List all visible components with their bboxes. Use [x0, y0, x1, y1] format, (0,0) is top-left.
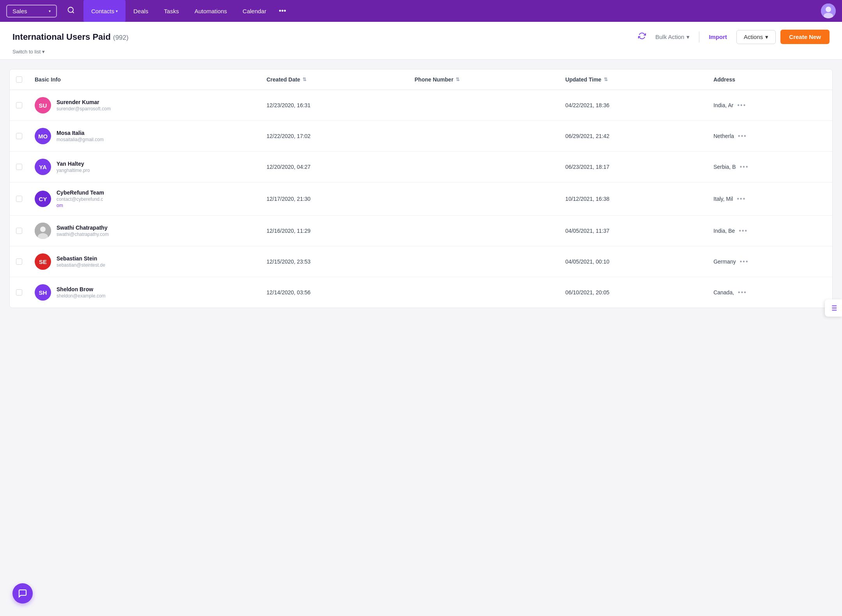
contact-cell: SHSheldon Browsheldon@example.com	[28, 277, 260, 308]
address-cell: Serbia, B•••	[707, 152, 832, 182]
row-checkbox-cell	[10, 121, 28, 152]
row-more-button[interactable]: •••	[740, 258, 749, 265]
contact-cell: Swathi Chatrapathyswathi@chatrapathy.com	[28, 216, 260, 246]
contact-name[interactable]: Sheldon Brow	[57, 286, 106, 292]
phone-cell	[409, 90, 559, 121]
create-new-button[interactable]: Create New	[780, 30, 830, 44]
column-basic-info: Basic Info	[28, 69, 260, 90]
row-checkbox-cell	[10, 246, 28, 277]
contact-cell: MOMosa Italiamosaitalia@gmail.com	[28, 121, 260, 152]
svg-point-6	[40, 227, 46, 232]
column-phone-number[interactable]: Phone Number ⇅	[409, 69, 559, 90]
contacts-table: Basic Info Created Date ⇅ Phone Number ⇅	[10, 69, 832, 308]
row-checkbox-cell	[10, 277, 28, 308]
contact-avatar	[35, 223, 51, 239]
row-checkbox[interactable]	[16, 164, 22, 170]
row-more-button[interactable]: •••	[737, 195, 746, 202]
svg-point-0	[68, 7, 73, 12]
row-checkbox-cell	[10, 216, 28, 246]
bulk-action-button[interactable]: Bulk Action ▾	[651, 30, 694, 44]
contact-avatar: SH	[35, 284, 51, 301]
user-avatar[interactable]	[821, 4, 836, 18]
top-navigation: Sales ▾ Contacts ▾ Deals Tasks Automatio…	[0, 0, 842, 22]
filter-fab-button[interactable]	[825, 299, 842, 317]
import-button[interactable]: Import	[704, 30, 732, 43]
updated-time-cell: 04/05/2021, 00:10	[559, 246, 707, 277]
sales-dropdown[interactable]: Sales ▾	[6, 5, 57, 18]
table-row: Swathi Chatrapathyswathi@chatrapathy.com…	[10, 216, 832, 246]
count-badge: (992)	[113, 34, 129, 41]
contact-cell: CYCybeRefund Teamcontact@cyberefund.com	[28, 182, 260, 216]
updated-time-cell: 10/12/2021, 16:38	[559, 182, 707, 216]
row-checkbox-cell	[10, 182, 28, 216]
nav-more-button[interactable]: •••	[274, 5, 291, 18]
table-row: MOMosa Italiamosaitalia@gmail.com12/22/2…	[10, 121, 832, 152]
contact-avatar: SU	[35, 97, 51, 113]
updated-time-cell: 06/23/2021, 18:17	[559, 152, 707, 182]
address-cell: India, Ar•••	[707, 90, 832, 121]
contact-avatar: CY	[35, 191, 51, 207]
avatar-image	[821, 4, 836, 18]
column-address: Address	[707, 69, 832, 90]
nav-deals[interactable]: Deals	[126, 0, 156, 22]
row-checkbox[interactable]	[16, 133, 22, 139]
created-date-cell: 12/16/2020, 11:29	[260, 216, 409, 246]
address-cell: Germany•••	[707, 246, 832, 277]
nav-calendar[interactable]: Calendar	[235, 0, 274, 22]
contact-name[interactable]: Surender Kumar	[57, 99, 111, 105]
row-checkbox[interactable]	[16, 258, 22, 265]
row-more-button[interactable]: •••	[738, 133, 747, 140]
updated-time-cell: 06/10/2021, 20:05	[559, 277, 707, 308]
sales-label: Sales	[12, 8, 27, 14]
divider	[699, 32, 699, 42]
nav-contacts[interactable]: Contacts ▾	[83, 0, 126, 22]
row-more-button[interactable]: •••	[738, 102, 746, 109]
column-created-date[interactable]: Created Date ⇅	[260, 69, 409, 90]
actions-button[interactable]: Actions ▾	[736, 30, 776, 44]
contact-name[interactable]: Swathi Chatrapathy	[57, 225, 109, 231]
address-cell: Netherla•••	[707, 121, 832, 152]
address-cell: Italy, Mil•••	[707, 182, 832, 216]
created-date-cell: 12/15/2020, 23:53	[260, 246, 409, 277]
row-checkbox[interactable]	[16, 102, 22, 108]
nav-automations[interactable]: Automations	[187, 0, 235, 22]
phone-cell	[409, 246, 559, 277]
phone-cell	[409, 121, 559, 152]
actions-chevron-icon: ▾	[765, 34, 768, 41]
row-checkbox[interactable]	[16, 289, 22, 296]
contact-name[interactable]: Mosa Italia	[57, 130, 104, 136]
refresh-button[interactable]	[638, 32, 646, 42]
header-checkbox-cell	[10, 69, 28, 90]
created-date-cell: 12/14/2020, 03:56	[260, 277, 409, 308]
svg-point-3	[826, 7, 831, 12]
row-more-button[interactable]: •••	[740, 163, 749, 170]
select-all-checkbox[interactable]	[16, 76, 22, 83]
nav-tasks[interactable]: Tasks	[156, 0, 187, 22]
updated-time-cell: 06/29/2021, 21:42	[559, 121, 707, 152]
row-checkbox[interactable]	[16, 228, 22, 234]
chevron-icon: ▾	[49, 9, 51, 13]
contact-name[interactable]: Sebastian Stein	[57, 255, 105, 262]
table-row: SUSurender Kumarsurender@sparrosoft.com1…	[10, 90, 832, 121]
contact-avatar: MO	[35, 128, 51, 144]
contact-avatar: YA	[35, 159, 51, 175]
svg-line-1	[73, 11, 74, 13]
row-more-button[interactable]: •••	[739, 227, 748, 234]
contact-avatar: SE	[35, 253, 51, 270]
created-date-cell: 12/20/2020, 04:27	[260, 152, 409, 182]
nav-links: Contacts ▾ Deals Tasks Automations Calen…	[83, 0, 291, 22]
switch-to-list-button[interactable]: Switch to list ▾	[12, 49, 830, 59]
refresh-icon	[638, 32, 646, 40]
row-more-button[interactable]: •••	[738, 289, 747, 296]
search-button[interactable]	[65, 4, 77, 18]
contact-name[interactable]: CybeRefund Team	[57, 189, 104, 196]
contact-email: surender@sparrosoft.com	[57, 106, 111, 112]
filter-icon	[829, 304, 838, 312]
contact-name[interactable]: Yan Haltey	[57, 161, 90, 167]
contacts-table-wrap: Basic Info Created Date ⇅ Phone Number ⇅	[9, 69, 833, 308]
column-updated-time[interactable]: Updated Time ⇅	[559, 69, 707, 90]
contact-cell: SESebastian Steinsebastian@steintest.de	[28, 246, 260, 277]
table-row: SESebastian Steinsebastian@steintest.de1…	[10, 246, 832, 277]
contact-email: sheldon@example.com	[57, 293, 106, 299]
row-checkbox[interactable]	[16, 196, 22, 202]
